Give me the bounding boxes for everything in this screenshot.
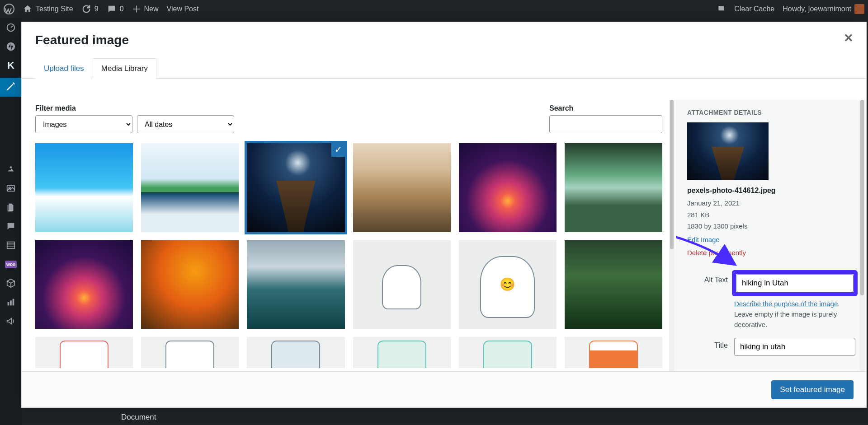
updates-link[interactable]: 9	[81, 4, 99, 14]
menu-jetpack-icon[interactable]	[0, 37, 22, 56]
tab-upload-files[interactable]: Upload files	[35, 58, 93, 79]
attachment-dimensions: 1830 by 1300 pixels	[687, 220, 855, 232]
menu-marketing-icon[interactable]: Marketing	[0, 312, 22, 331]
set-featured-image-button[interactable]: Set featured image	[771, 380, 854, 399]
menu-analytics-icon[interactable]	[0, 293, 22, 312]
media-main-pane: Filter media Images All dates Search ✓	[22, 100, 676, 371]
site-name-label: Testing Site	[36, 5, 73, 13]
menu-media-icon[interactable]	[0, 160, 22, 179]
media-type-select[interactable]: Images	[35, 115, 132, 133]
media-date-select[interactable]: All dates	[137, 115, 234, 133]
media-item[interactable]	[35, 143, 133, 232]
new-label: New	[144, 5, 159, 13]
media-item[interactable]	[247, 337, 344, 368]
delete-permanently-link[interactable]: Delete permanently	[687, 247, 855, 259]
attachment-size: 281 KB	[687, 209, 855, 221]
menu-photo-icon[interactable]	[0, 179, 22, 198]
menu-k-icon[interactable]: K	[0, 56, 22, 75]
menu-posts-icon[interactable]: All Ad Ca Tag	[0, 78, 22, 97]
filter-media-label: Filter media	[35, 104, 234, 112]
media-item[interactable]	[565, 143, 662, 232]
svg-rect-7	[7, 242, 15, 249]
attachment-filename: pexels-photo-414612.jpeg	[687, 187, 855, 195]
attachment-details-pane: ATTACHMENT DETAILS pexels-photo-414612.j…	[676, 100, 866, 371]
alt-help-link[interactable]: Describe the purpose of the image	[734, 300, 838, 308]
wp-logo[interactable]	[4, 4, 14, 14]
media-item[interactable]	[565, 337, 662, 368]
menu-dashboard-icon[interactable]	[0, 18, 22, 37]
avatar	[854, 4, 864, 14]
grid-scrollbar[interactable]	[669, 100, 675, 371]
title-input[interactable]	[734, 338, 855, 356]
media-item[interactable]	[565, 240, 662, 329]
title-field-label: Title	[687, 338, 728, 350]
media-item[interactable]	[353, 337, 451, 368]
howdy-label: Howdy, joewarnimont	[783, 5, 851, 13]
alt-text-highlight	[734, 272, 855, 294]
svg-point-3	[7, 42, 15, 51]
side-scrollbar[interactable]	[859, 100, 865, 371]
attachment-thumbnail	[687, 122, 769, 180]
tab-media-library[interactable]: Media Library	[93, 58, 156, 79]
comments-count: 0	[120, 5, 124, 13]
view-post-link[interactable]: View Post	[167, 5, 199, 13]
media-item[interactable]	[459, 337, 557, 368]
admin-bar: Testing Site 9 0 New View Post Clear Cac…	[0, 0, 868, 18]
document-tab-label[interactable]: Document	[121, 413, 156, 422]
media-item[interactable]	[459, 240, 557, 329]
search-label: Search	[549, 104, 662, 112]
modal-footer: Set featured image	[22, 371, 866, 407]
menu-list-icon[interactable]	[0, 236, 22, 255]
media-item-selected[interactable]: ✓	[247, 143, 344, 232]
media-item[interactable]	[141, 240, 239, 329]
media-item[interactable]	[35, 337, 133, 368]
close-icon[interactable]: ✕	[844, 31, 854, 45]
alt-text-label: Alt Text	[687, 272, 728, 284]
modal-tabs: Upload files Media Library	[22, 58, 866, 79]
featured-image-modal: ✕ Featured image Upload files Media Libr…	[21, 22, 867, 408]
alt-help-text: Describe the purpose of the image. Leave…	[734, 299, 855, 330]
clear-cache-label: Clear Cache	[734, 5, 774, 13]
edit-image-link[interactable]: Edit Image	[687, 234, 855, 246]
check-icon[interactable]: ✓	[331, 143, 345, 157]
media-item[interactable]	[353, 240, 451, 329]
svg-rect-9	[10, 300, 12, 305]
new-link[interactable]: New	[132, 5, 159, 14]
media-item[interactable]	[141, 337, 239, 368]
alt-text-input[interactable]	[736, 274, 854, 292]
menu-woo-icon[interactable]: woo	[0, 255, 22, 274]
clear-cache-link[interactable]: Clear Cache	[734, 5, 774, 13]
svg-rect-8	[8, 302, 9, 305]
attachment-details-heading: ATTACHMENT DETAILS	[687, 109, 855, 116]
account-link[interactable]: Howdy, joewarnimont	[783, 4, 864, 14]
svg-point-4	[10, 166, 12, 168]
media-item[interactable]	[247, 240, 344, 329]
media-grid: ✓	[22, 133, 676, 371]
search-input[interactable]	[549, 115, 662, 133]
media-item[interactable]	[459, 143, 557, 232]
attachment-date: January 21, 2021	[687, 197, 855, 209]
media-item[interactable]	[353, 143, 451, 232]
site-link[interactable]: Testing Site	[23, 4, 73, 14]
menu-products-icon[interactable]	[0, 274, 22, 293]
menu-pages-icon[interactable]	[0, 198, 22, 217]
notifications-icon[interactable]	[717, 5, 726, 14]
comments-link[interactable]: 0	[107, 4, 124, 14]
media-item[interactable]	[35, 240, 133, 329]
svg-rect-1	[719, 6, 724, 10]
view-post-label: View Post	[167, 5, 199, 13]
menu-comments-icon[interactable]	[0, 217, 22, 236]
admin-left-menu: K All Ad Ca Tag woo Marketing	[0, 18, 22, 425]
updates-count: 9	[94, 5, 99, 13]
media-item[interactable]	[141, 143, 239, 232]
editor-background: Document	[22, 408, 868, 425]
modal-title: Featured image	[22, 22, 866, 52]
svg-rect-10	[13, 299, 14, 306]
